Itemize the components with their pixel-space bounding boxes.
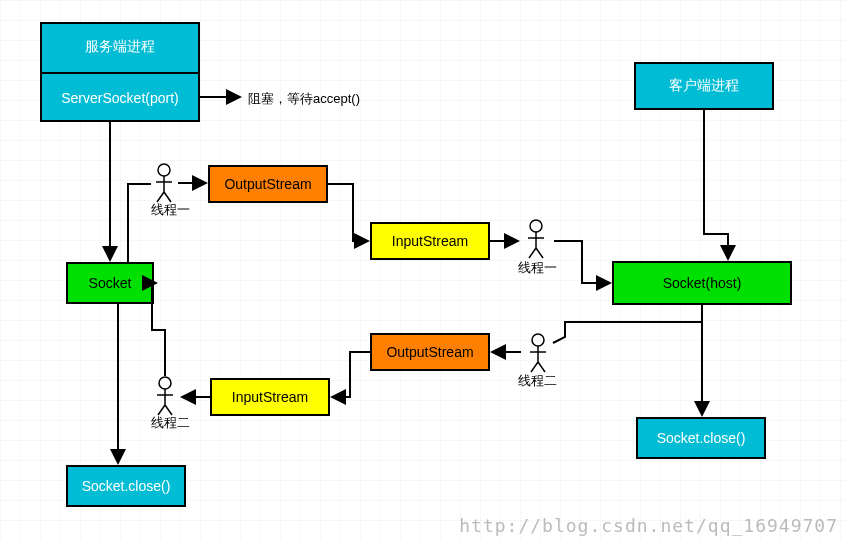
watermark: http://blog.csdn.net/qq_16949707 (459, 515, 838, 536)
connectors (0, 0, 846, 540)
